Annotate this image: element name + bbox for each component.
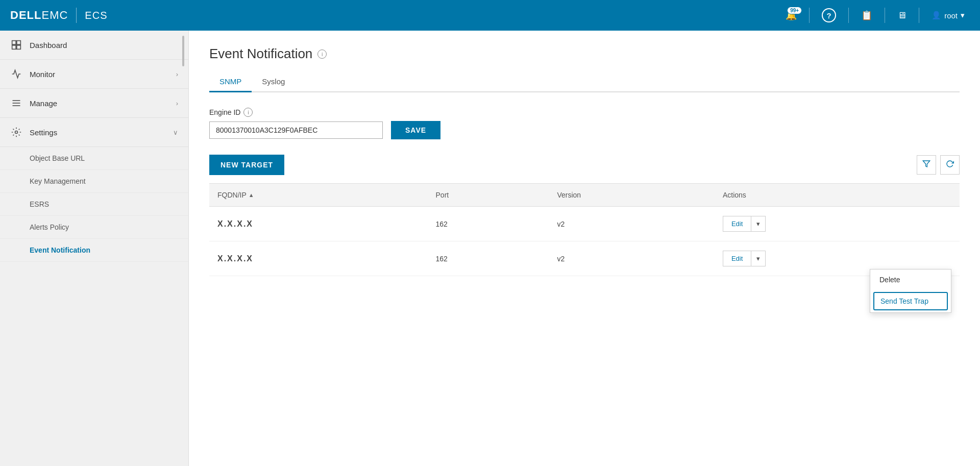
cell-port-2: 162 bbox=[428, 241, 549, 276]
cell-fqdn-1: X.X.X.X bbox=[209, 207, 428, 241]
cell-version-1: v2 bbox=[549, 207, 715, 241]
user-icon: 👤 bbox=[932, 11, 941, 20]
col-fqdn[interactable]: FQDN/IP ▲ bbox=[209, 184, 428, 207]
fqdn-sort-icon: ▲ bbox=[249, 192, 254, 198]
dropdown-arrow-icon-2: ▾ bbox=[756, 255, 760, 262]
tab-snmp[interactable]: SNMP bbox=[209, 72, 252, 92]
sidebar-item-alerts-policy-label: Alerts Policy bbox=[30, 223, 69, 231]
nav-divider-1 bbox=[809, 8, 810, 23]
page-title-info-icon[interactable]: i bbox=[317, 50, 327, 59]
main-layout: Dashboard Monitor › Manage › bbox=[0, 31, 980, 466]
help-button[interactable]: ? bbox=[817, 5, 841, 26]
save-button[interactable]: SAVE bbox=[391, 121, 440, 139]
dropdown-send-test-trap[interactable]: Send Test Trap bbox=[873, 292, 948, 310]
edit-button-1[interactable]: Edit bbox=[723, 216, 751, 232]
edit-button-2[interactable]: Edit bbox=[723, 251, 751, 266]
data-table: FQDN/IP ▲ Port Version Actions bbox=[209, 183, 960, 276]
sidebar: Dashboard Monitor › Manage › bbox=[0, 31, 189, 466]
engine-id-label: Engine ID i bbox=[209, 108, 960, 117]
navbar-icons: 🔔 99+ ? 📋 🖥 👤 root ▾ bbox=[780, 5, 970, 26]
table-toolbar: NEW TARGET bbox=[209, 155, 960, 175]
page-title: Event Notification i bbox=[209, 46, 960, 62]
filter-button[interactable] bbox=[917, 155, 936, 175]
sidebar-item-key-management[interactable]: Key Management bbox=[0, 170, 188, 193]
sidebar-item-event-notification-label: Event Notification bbox=[30, 246, 90, 254]
dashboard-icon bbox=[10, 39, 22, 51]
cell-port-1: 162 bbox=[428, 207, 549, 241]
tasks-button[interactable]: 📋 bbox=[856, 7, 877, 24]
manage-icon bbox=[10, 97, 22, 109]
user-label: root bbox=[944, 11, 958, 20]
monitor-chevron-icon: › bbox=[176, 70, 178, 78]
tab-syslog[interactable]: Syslog bbox=[252, 72, 295, 92]
engine-id-info-icon[interactable]: i bbox=[243, 108, 253, 117]
cell-fqdn-2: X.X.X.X bbox=[209, 241, 428, 276]
user-chevron-icon: ▾ bbox=[961, 11, 965, 20]
table-row: X.X.X.X 162 v2 Edit ▾ bbox=[209, 207, 960, 241]
refresh-icon bbox=[946, 160, 954, 170]
table-header-row: FQDN/IP ▲ Port Version Actions bbox=[209, 184, 960, 207]
settings-icon bbox=[10, 126, 22, 138]
sidebar-item-dashboard-label: Dashboard bbox=[30, 41, 178, 50]
cell-version-2: v2 bbox=[549, 241, 715, 276]
main-content: Event Notification i SNMP Syslog Engine … bbox=[189, 31, 980, 466]
monitor-icon-button[interactable]: 🖥 bbox=[892, 7, 912, 24]
sidebar-item-esrs[interactable]: ESRS bbox=[0, 193, 188, 216]
refresh-button[interactable] bbox=[940, 155, 960, 175]
manage-chevron-icon: › bbox=[176, 100, 178, 107]
sidebar-item-object-base-url-label: Object Base URL bbox=[30, 154, 85, 162]
brand-divider bbox=[76, 8, 77, 23]
sidebar-item-monitor-label: Monitor bbox=[30, 70, 169, 79]
action-group-1: Edit ▾ bbox=[723, 216, 951, 232]
user-menu-button[interactable]: 👤 root ▾ bbox=[926, 8, 970, 23]
sidebar-item-object-base-url[interactable]: Object Base URL bbox=[0, 147, 188, 170]
sidebar-item-manage[interactable]: Manage › bbox=[0, 89, 188, 118]
col-actions: Actions bbox=[715, 184, 960, 207]
nav-divider-4 bbox=[919, 8, 919, 23]
sidebar-item-key-management-label: Key Management bbox=[30, 177, 86, 185]
notification-badge: 99+ bbox=[787, 7, 802, 14]
sidebar-item-settings[interactable]: Settings ∨ bbox=[0, 118, 188, 147]
sidebar-item-esrs-label: ESRS bbox=[30, 200, 49, 208]
navbar: DELLEMC ECS 🔔 99+ ? 📋 🖥 👤 root ▾ bbox=[0, 0, 980, 31]
cell-actions-1: Edit ▾ bbox=[715, 207, 960, 241]
sidebar-item-alerts-policy[interactable]: Alerts Policy bbox=[0, 216, 188, 239]
dropdown-delete[interactable]: Delete bbox=[870, 269, 951, 290]
notifications-button[interactable]: 🔔 99+ bbox=[780, 7, 802, 24]
scrollbar[interactable] bbox=[182, 36, 184, 66]
cell-actions-2: Edit ▾ Delete Send Test Trap bbox=[715, 241, 960, 276]
dropdown-toggle-1[interactable]: ▾ bbox=[751, 216, 766, 232]
svg-point-7 bbox=[15, 131, 18, 134]
brand-logo: DELLEMC ECS bbox=[10, 8, 107, 23]
svg-rect-2 bbox=[12, 45, 16, 50]
col-version: Version bbox=[549, 184, 715, 207]
monitor-icon: 🖥 bbox=[897, 10, 906, 21]
tabs: SNMP Syslog bbox=[209, 72, 960, 92]
svg-rect-0 bbox=[12, 41, 16, 45]
sidebar-item-dashboard[interactable]: Dashboard bbox=[0, 31, 188, 60]
brand-product: ECS bbox=[85, 10, 107, 21]
table-actions bbox=[917, 155, 960, 175]
monitor-nav-icon bbox=[10, 68, 22, 80]
svg-marker-8 bbox=[923, 161, 929, 167]
engine-id-row: SAVE bbox=[209, 121, 960, 139]
filter-icon bbox=[922, 160, 930, 170]
svg-rect-1 bbox=[17, 41, 21, 45]
action-group-2: Edit ▾ Delete Send Test Trap bbox=[723, 251, 951, 266]
dropdown-toggle-2[interactable]: ▾ bbox=[751, 251, 766, 266]
help-icon: ? bbox=[822, 8, 836, 22]
new-target-button[interactable]: NEW TARGET bbox=[209, 155, 284, 175]
sidebar-item-monitor[interactable]: Monitor › bbox=[0, 60, 188, 89]
brand-dell: DELLEMC bbox=[10, 9, 68, 22]
tasks-icon: 📋 bbox=[861, 10, 872, 21]
dropdown-arrow-icon: ▾ bbox=[756, 220, 760, 228]
svg-rect-3 bbox=[17, 45, 21, 50]
sidebar-item-settings-label: Settings bbox=[30, 128, 166, 137]
table-row: X.X.X.X 162 v2 Edit ▾ bbox=[209, 241, 960, 276]
engine-id-input[interactable] bbox=[209, 121, 383, 139]
sidebar-item-manage-label: Manage bbox=[30, 99, 169, 108]
dropdown-menu: Delete Send Test Trap bbox=[870, 269, 951, 313]
settings-chevron-icon: ∨ bbox=[173, 129, 178, 136]
col-port: Port bbox=[428, 184, 549, 207]
sidebar-item-event-notification[interactable]: Event Notification bbox=[0, 239, 188, 262]
